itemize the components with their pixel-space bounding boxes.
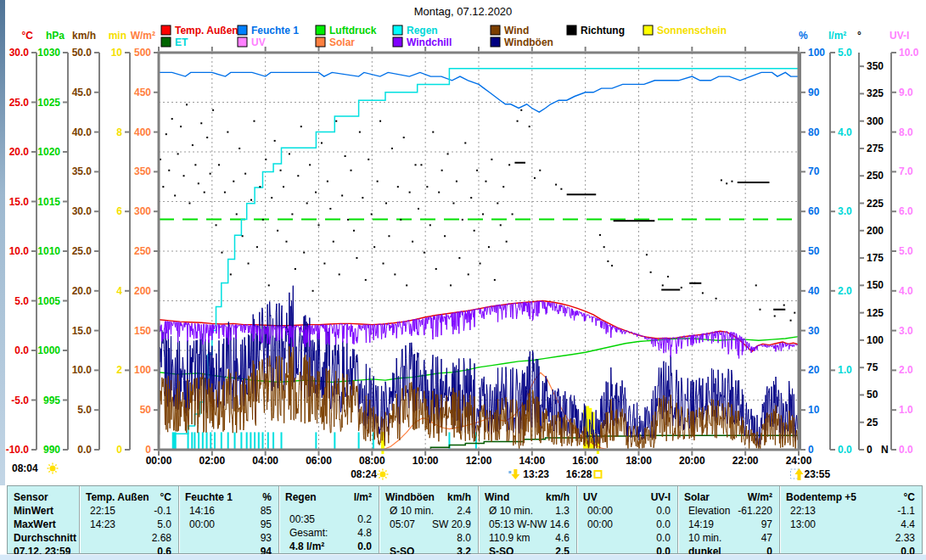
direction-dot: [418, 208, 419, 210]
direction-dot: [180, 126, 182, 127]
direction-dot: [464, 143, 466, 144]
axis-unit-label: UV-I: [890, 30, 909, 42]
axis-tick-label: 25: [867, 417, 878, 428]
legend-label: Regen: [407, 25, 438, 36]
cell-time: 00:00: [577, 518, 613, 531]
axis-unit-label: hPa: [46, 30, 65, 42]
direction-dot: [726, 182, 727, 184]
direction-dot: [391, 148, 393, 149]
legend-label: ET: [175, 36, 188, 48]
direction-dot: [204, 192, 205, 193]
table-cell-row: Elevation-61.220: [678, 504, 779, 518]
table-cell-row: 4.8 l/m²0.0: [279, 540, 379, 553]
direction-dot: [262, 219, 264, 221]
axis-tick-label: 2.0: [899, 364, 913, 376]
row-label-text: Durchschnitt: [8, 531, 76, 545]
direction-dot: [468, 273, 469, 275]
direction-dot: [667, 276, 669, 277]
axis-tick-label: 25.0: [9, 97, 30, 109]
legend-swatch: [491, 25, 500, 35]
axis-tick-label: 45.0: [72, 87, 93, 98]
direction-dot: [759, 309, 760, 311]
direction-dot: [681, 287, 682, 288]
moon-set-icon-ray: [48, 471, 49, 472]
x-tick-label: 24:00: [786, 455, 812, 467]
table-cell-row: 00:350.2: [279, 512, 379, 526]
legend-swatch: [491, 37, 500, 47]
sunrise-icon: [379, 472, 385, 478]
table-cell-row: 00:0095: [179, 518, 278, 531]
direction-dot: [289, 153, 290, 154]
cell-value: [372, 504, 379, 512]
rain-tick: [234, 432, 236, 450]
direction-dot: [265, 159, 267, 160]
cell-value: -61.220: [738, 504, 779, 518]
direction-dot: [321, 143, 323, 144]
cell-value: -1.1: [897, 504, 922, 518]
table-cell-row: 2.33: [780, 531, 922, 545]
sunset-square-icon: [594, 471, 601, 478]
cell-value: 97: [761, 518, 779, 531]
legend-swatch: [643, 25, 653, 35]
axis-tick-label: 5.0: [14, 295, 29, 307]
direction-dot: [230, 273, 232, 275]
weather-chart: -10.0-5.00.05.010.015.020.025.030.0°C990…: [0, 0, 926, 485]
axis-tick-label: 200: [134, 285, 151, 297]
moon-up-icon: [794, 468, 803, 480]
axis-tick-label: 10: [111, 47, 123, 59]
axis-tick-label: 125: [867, 307, 884, 319]
table-col-header: Temp. Außen°C: [80, 490, 178, 504]
rain-tick: [194, 432, 195, 450]
direction-dot: [420, 164, 422, 165]
cell-time: [179, 531, 189, 545]
row-label-text: MaxWert: [8, 518, 56, 531]
direction-dot: [283, 186, 284, 188]
direction-dot: [506, 241, 508, 243]
direction-dot: [306, 203, 308, 204]
axis-tick-label: 4.0: [838, 126, 852, 138]
axis-tick-label: 90: [808, 87, 820, 98]
axis-tick-label: 350: [867, 60, 884, 72]
direction-dot: [450, 284, 452, 286]
legend-label: Wind: [504, 25, 529, 36]
axis-tick-label: 80: [808, 126, 820, 138]
axis-unit-label: W/m²: [131, 30, 155, 42]
cell-time: [80, 531, 90, 545]
direction-dot: [356, 257, 357, 259]
axis-tick-label: 325: [867, 87, 884, 99]
table-cell-row: 2.68: [80, 531, 178, 545]
direction-dot: [212, 109, 214, 111]
axis-tick-label: 20.0: [9, 146, 30, 158]
legend-swatch: [316, 37, 325, 47]
axis-wm2: 050100150200250300350400450500W/m²: [131, 30, 159, 456]
direction-dot: [271, 197, 272, 199]
axis-tick-label: 1005: [37, 295, 60, 307]
direction-dot: [171, 118, 173, 120]
astro-marker-time: 08:24: [351, 468, 377, 480]
table-col-2: Feuchte 1%14:168500:00959394: [178, 486, 278, 553]
rain-tick: [227, 432, 229, 450]
direction-dot: [329, 208, 331, 210]
direction-dot: [186, 104, 188, 105]
direction-dot: [502, 186, 504, 188]
sunrise-icon-ray: [379, 477, 379, 478]
x-tick-label: 00:00: [146, 455, 172, 467]
col-header-name: Wind: [479, 490, 509, 504]
axis-tick-label: 2: [116, 364, 122, 376]
direction-dot: [253, 120, 255, 122]
x-tick-label: 04:00: [252, 455, 278, 467]
axis-tick-label: 450: [134, 87, 151, 98]
rain-tick: [254, 432, 255, 450]
direction-dot: [353, 230, 355, 232]
direction-dot: [295, 268, 296, 270]
series-richtung: [160, 104, 795, 321]
x-tick-label: 16:00: [572, 455, 598, 467]
direction-dot: [244, 173, 246, 175]
table-cell-row: 110.9 km4.6: [479, 531, 576, 545]
axis-tick-label: 225: [867, 198, 884, 210]
legend-swatch: [161, 25, 171, 35]
stats-table: SensorMinWertMaxWertDurchschnitt07.12. 2…: [7, 485, 923, 554]
direction-dot: [603, 246, 605, 248]
rain-tick: [281, 432, 283, 450]
direction-dot: [274, 140, 276, 142]
